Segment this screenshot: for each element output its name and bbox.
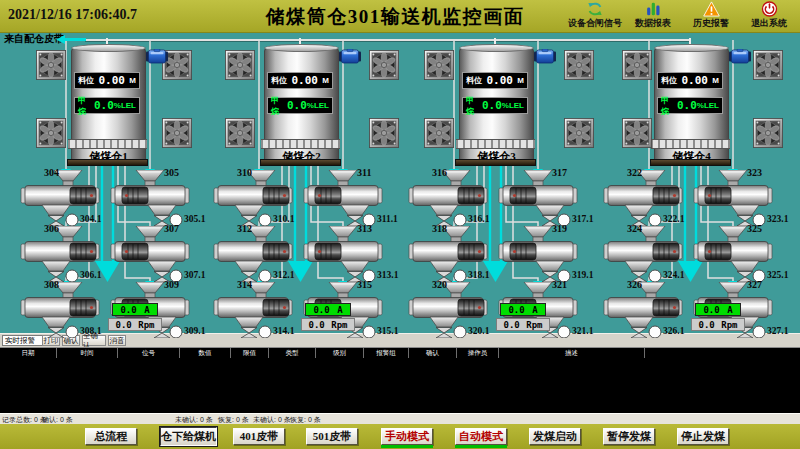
coal-silo[interactable]: 料位 0.00 M 甲烷 0.0 %LEL 储煤仓3 — [459, 46, 534, 161]
feeder-unit-307[interactable]: 307 307.1 — [110, 226, 198, 282]
nav-button-5[interactable]: 自动模式 — [455, 428, 507, 445]
level-label: 料位 — [661, 75, 677, 86]
feeder-unit-304[interactable]: 304 304.1 — [20, 170, 108, 226]
feeder-unit-323[interactable]: 323 323.1 — [693, 170, 781, 226]
nav-button-8[interactable]: 停止发煤 — [677, 428, 729, 445]
silo-flange — [456, 139, 535, 149]
valve-tag: 304.1 — [80, 214, 101, 224]
feeder-unit-306[interactable]: 306 306.1 — [20, 226, 108, 282]
level-label: 料位 — [466, 75, 482, 86]
feeder-tag: 321 — [552, 279, 567, 290]
alarm-column-header: 数值 — [180, 348, 231, 358]
fan-icon — [36, 118, 66, 148]
valve-tag: 319.1 — [572, 270, 593, 280]
valve-tag: 317.1 — [572, 214, 593, 224]
level-label: 料位 — [271, 75, 287, 86]
feeder-unit-312[interactable]: 312 312.1 — [213, 226, 301, 282]
fan-icon — [622, 118, 652, 148]
header-button-2[interactable]: 历史报警 — [682, 1, 740, 30]
motor-icon — [534, 49, 556, 68]
feeder-unit-326[interactable]: 326 326.1 — [603, 282, 691, 338]
feeder-unit-310[interactable]: 310 310.1 — [213, 170, 301, 226]
nav-button-6[interactable]: 发煤启动 — [529, 428, 581, 445]
feeder-unit-325[interactable]: 325 325.1 — [693, 226, 781, 282]
rpm-display: 0.0 Rpm — [496, 318, 550, 331]
feeder-unit-319[interactable]: 319 319.1 — [498, 226, 586, 282]
feeder-tag: 327 — [747, 279, 762, 290]
level-value: 0.00 — [681, 74, 708, 87]
header-button-3[interactable]: 退出系统 — [740, 1, 798, 30]
feeder-unit-318[interactable]: 318 318.1 — [408, 226, 496, 282]
alarm-column-header: 日期 — [0, 348, 57, 358]
feeder-unit-305[interactable]: 305 305.1 — [110, 170, 198, 226]
alarm-column-header: 操作员 — [457, 348, 499, 358]
methane-unit: %LEL — [502, 101, 524, 110]
header-button-label: 数据报表 — [635, 17, 671, 30]
feeder-unit-320[interactable]: 320 320.1 — [408, 282, 496, 338]
alarm-column-header: 级别 — [316, 348, 364, 358]
rpm-display: 0.0 Rpm — [301, 318, 355, 331]
silo-discharge-manifold — [650, 159, 731, 166]
rpm-display: 0.0 Rpm — [691, 318, 745, 331]
level-unit: M — [712, 76, 719, 85]
feeder-unit-322[interactable]: 322 322.1 — [603, 170, 691, 226]
methane-display: 甲烷 0.0 %LEL — [657, 97, 723, 114]
header-button-0[interactable]: 设备合闸信号 — [566, 1, 624, 30]
coal-silo[interactable]: 料位 0.00 M 甲烷 0.0 %LEL 储煤仓2 — [264, 46, 339, 161]
feeder-unit-316[interactable]: 316 316.1 — [408, 170, 496, 226]
rpm-value: 0.0 — [308, 320, 324, 330]
ammeter-value: 0.0 — [508, 305, 524, 315]
feeder-unit-324[interactable]: 324 324.1 — [603, 226, 691, 282]
feeder-tag: 314 — [237, 279, 252, 290]
header-button-1[interactable]: 数据报表 — [624, 1, 682, 30]
alarm-column-header: 确认 — [409, 348, 457, 358]
belt-flow-arrow-icon — [56, 35, 86, 44]
fan-icon — [369, 118, 399, 148]
coal-silo[interactable]: 料位 0.00 M 甲烷 0.0 %LEL 储煤仓1 — [71, 46, 146, 161]
ammeter-display: 0.0 A — [112, 303, 158, 316]
silo-flange — [68, 139, 147, 149]
ammeter-value: 0.0 — [703, 305, 719, 315]
coal-silo[interactable]: 料位 0.00 M 甲烷 0.0 %LEL 储煤仓4 — [654, 46, 729, 161]
feeder-tag: 320 — [432, 279, 447, 290]
level-display: 料位 0.00 M — [267, 72, 333, 89]
nav-button-7[interactable]: 暂停发煤 — [603, 428, 655, 445]
datetime-display: 2021/12/16 17:06:40.7 — [8, 7, 137, 23]
methane-label: 甲烷 — [466, 95, 482, 117]
feeder-tag: 305 — [164, 167, 179, 178]
nav-button-1[interactable]: 仓下给煤机 — [160, 427, 217, 446]
fan-icon — [753, 118, 783, 148]
alarm-column-header: 时间 — [57, 348, 118, 358]
feeder-unit-317[interactable]: 317 317.1 — [498, 170, 586, 226]
valve-tag: 314.1 — [273, 326, 294, 336]
nav-button-4[interactable]: 手动模式 — [381, 428, 433, 445]
valve-tag: 308.1 — [80, 326, 101, 336]
sync-arrows-icon — [586, 1, 604, 17]
feeder-tag: 325 — [747, 223, 762, 234]
nav-button-0[interactable]: 总流程 — [85, 428, 137, 445]
level-value: 0.00 — [98, 74, 125, 87]
rpm-value: 0.0 — [698, 320, 714, 330]
feeder-unit-314[interactable]: 314 314.1 — [213, 282, 301, 338]
ammeter-value: 0.0 — [120, 305, 136, 315]
title-bar: 2021/12/16 17:06:40.7 储煤筒仓301输送机监控画面 设备合… — [0, 0, 800, 33]
fan-icon — [225, 118, 255, 148]
level-display: 料位 0.00 M — [657, 72, 723, 89]
feeder-unit-313[interactable]: 313 313.1 — [303, 226, 391, 282]
feeder-unit-311[interactable]: 311 311.1 — [303, 170, 391, 226]
header-button-label: 历史报警 — [693, 17, 729, 30]
alarm-column-header: 描述 — [499, 348, 645, 358]
nav-button-3[interactable]: 501皮带 — [306, 428, 358, 445]
methane-value: 0.0 — [482, 99, 502, 112]
feeder-tag: 313 — [357, 223, 372, 234]
nav-button-2[interactable]: 401皮带 — [233, 428, 285, 445]
mode-indicator-bar — [455, 445, 507, 448]
valve-tag: 321.1 — [572, 326, 593, 336]
feeder-tag: 323 — [747, 167, 762, 178]
fan-icon — [424, 118, 454, 148]
level-value: 0.00 — [291, 74, 318, 87]
feeder-unit-308[interactable]: 308 308.1 — [20, 282, 108, 338]
rpm-unit: Rpm — [526, 320, 542, 330]
feeder-tag: 318 — [432, 223, 447, 234]
alarm-column-header: 限值 — [231, 348, 269, 358]
